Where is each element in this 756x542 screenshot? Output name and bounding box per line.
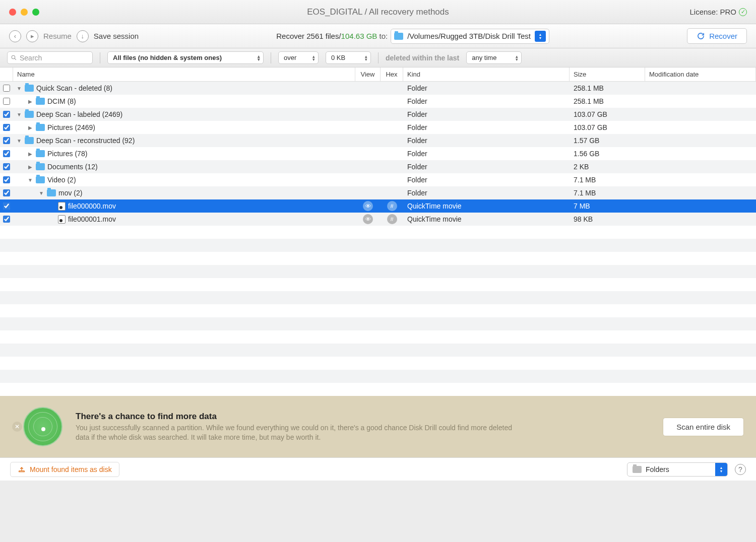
stepper-icon[interactable]: ▴▾	[535, 31, 546, 42]
row-name: mov (2)	[58, 189, 82, 197]
resume-label[interactable]: Resume	[43, 32, 72, 40]
disclosure-closed-icon[interactable]: ▶	[27, 99, 33, 104]
empty-row	[0, 330, 756, 344]
row-size: 103.07 GB	[570, 123, 645, 131]
stepper-icon[interactable]: ▴▾	[715, 463, 727, 476]
mount-button[interactable]: Mount found items as disk	[10, 462, 119, 477]
row-size: 258.1 MB	[570, 84, 645, 92]
disclosure-open-icon[interactable]: ▼	[38, 190, 44, 196]
row-size: 7.1 MB	[570, 189, 645, 197]
help-button[interactable]: ?	[735, 464, 746, 475]
folder-icon	[633, 466, 642, 473]
row-name: Pictures (78)	[47, 150, 87, 158]
row-name: Quick Scan - deleted (8)	[36, 84, 112, 92]
size-condition-dropdown[interactable]: over▴▾	[278, 51, 319, 64]
column-view[interactable]: View	[355, 67, 381, 81]
folder-icon	[394, 33, 403, 40]
table-row[interactable]: ▼Quick Scan - deleted (8)Folder258.1 MB	[0, 82, 756, 95]
table-row[interactable]: file000001.mov👁#QuickTime movie98 KB	[0, 213, 756, 226]
save-session-label[interactable]: Save session	[94, 32, 139, 40]
table-row[interactable]: ▼Deep Scan - reconstructed (92)Folder1.5…	[0, 134, 756, 147]
empty-row	[0, 265, 756, 278]
row-size: 7.1 MB	[570, 176, 645, 184]
destination-path[interactable]: /Volumes/Rugged 3TB/Disk Drill Test ▴▾	[391, 29, 549, 44]
play-button[interactable]: ▸	[26, 30, 38, 42]
row-checkbox[interactable]	[3, 150, 10, 157]
empty-row	[0, 357, 756, 370]
row-checkbox[interactable]	[3, 189, 10, 196]
row-name: Deep Scan - labeled (2469)	[36, 110, 122, 118]
folder-icon	[36, 150, 45, 157]
viewmode-dropdown[interactable]: Folders ▴▾	[627, 462, 728, 477]
disclosure-open-icon[interactable]: ▼	[16, 86, 22, 91]
empty-row	[0, 291, 756, 304]
mount-icon	[18, 465, 26, 473]
download-icon[interactable]: ↓	[77, 30, 89, 42]
hex-icon[interactable]: #	[387, 214, 397, 224]
empty-row	[0, 278, 756, 291]
banner-title: There's a chance to find more data	[76, 412, 514, 422]
row-kind: Folder	[403, 97, 570, 105]
row-kind: Folder	[403, 137, 570, 145]
row-checkbox[interactable]	[3, 124, 10, 131]
file-filter-dropdown[interactable]: All files (no hidden & system ones)▴▾	[107, 51, 264, 64]
row-checkbox[interactable]	[3, 137, 10, 144]
hex-icon[interactable]: #	[387, 201, 397, 211]
table-row[interactable]: ▼Deep Scan - labeled (2469)Folder103.07 …	[0, 108, 756, 121]
folder-icon	[36, 163, 45, 170]
back-button[interactable]: ‹	[9, 30, 21, 42]
column-hex[interactable]: Hex	[381, 67, 403, 81]
row-checkbox[interactable]	[3, 216, 10, 223]
empty-row	[0, 383, 756, 396]
table-row[interactable]: ▶Pictures (78)Folder1.56 GB	[0, 147, 756, 160]
column-name[interactable]: Name	[13, 67, 355, 81]
disclosure-closed-icon[interactable]: ▶	[27, 164, 33, 170]
size-value-dropdown[interactable]: 0 KB▴▾	[326, 51, 371, 64]
chevron-updown-icon: ▴▾	[312, 55, 315, 61]
row-checkbox[interactable]	[3, 176, 10, 183]
disclosure-open-icon[interactable]: ▼	[16, 138, 22, 144]
row-checkbox[interactable]	[3, 202, 10, 210]
time-filter-label: deleted within the last	[386, 54, 459, 62]
column-kind[interactable]: Kind	[403, 67, 570, 81]
chevron-updown-icon: ▴▾	[516, 55, 518, 61]
table-row[interactable]: ▼mov (2)Folder7.1 MB	[0, 186, 756, 199]
bottom-bar: Mount found items as disk Folders ▴▾ ?	[0, 457, 756, 481]
row-checkbox[interactable]	[3, 163, 10, 170]
folder-icon	[25, 85, 34, 92]
empty-row	[0, 344, 756, 357]
table-row[interactable]: ▶Documents (12)Folder2 KB	[0, 160, 756, 173]
folder-icon	[36, 176, 45, 183]
empty-row	[0, 304, 756, 317]
disclosure-open-icon[interactable]: ▼	[27, 177, 33, 183]
column-size[interactable]: Size	[570, 67, 645, 81]
disclosure-closed-icon[interactable]: ▶	[27, 125, 33, 130]
disclosure-closed-icon[interactable]: ▶	[27, 151, 33, 157]
table-row[interactable]: ▶Pictures (2469)Folder103.07 GB	[0, 121, 756, 134]
row-size: 2 KB	[570, 163, 645, 171]
column-modification[interactable]: Modification date	[645, 67, 756, 81]
row-checkbox[interactable]	[3, 111, 10, 118]
row-kind: Folder	[403, 84, 570, 92]
preview-icon[interactable]: 👁	[363, 214, 373, 224]
row-checkbox[interactable]	[3, 98, 10, 105]
file-list: ▼Quick Scan - deleted (8)Folder258.1 MB▶…	[0, 82, 756, 396]
close-banner-button[interactable]: ✕	[12, 422, 22, 432]
table-row[interactable]: ▼Video (2)Folder7.1 MB	[0, 173, 756, 186]
table-row[interactable]: file000000.mov👁#QuickTime movie7 MB	[0, 199, 756, 213]
folder-icon	[25, 137, 34, 144]
row-kind: QuickTime movie	[403, 202, 570, 210]
disclosure-open-icon[interactable]: ▼	[16, 112, 22, 117]
row-name: Documents (12)	[47, 163, 98, 171]
row-size: 1.56 GB	[570, 150, 645, 158]
row-checkbox[interactable]	[3, 85, 10, 92]
destination-path-text: /Volumes/Rugged 3TB/Disk Drill Test	[407, 32, 531, 40]
table-row[interactable]: ▶DCIM (8)Folder258.1 MB	[0, 95, 756, 108]
recover-button[interactable]: Recover	[687, 28, 747, 44]
scan-entire-disk-button[interactable]: Scan entire disk	[663, 418, 744, 436]
folder-icon	[47, 189, 56, 196]
empty-row	[0, 239, 756, 252]
time-filter-dropdown[interactable]: any time▴▾	[466, 51, 522, 64]
preview-icon[interactable]: 👁	[363, 201, 373, 211]
search-input[interactable]: Search	[7, 51, 93, 64]
